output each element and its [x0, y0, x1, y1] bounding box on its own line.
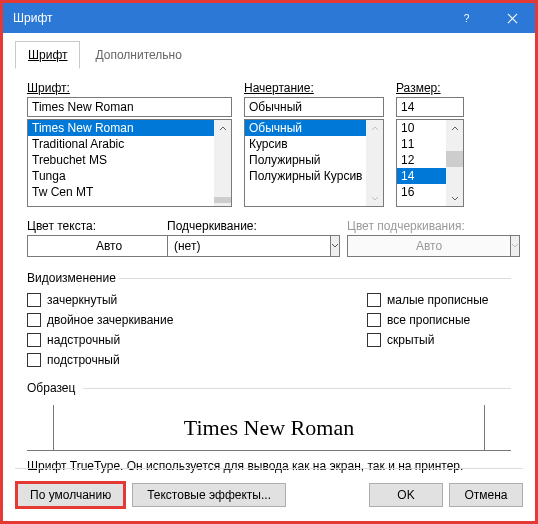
scroll-down-icon[interactable] [446, 189, 463, 206]
list-item[interactable]: Полужирный [245, 152, 366, 168]
list-item[interactable]: 10 [397, 120, 446, 136]
list-item[interactable]: Traditional Arabic [28, 136, 214, 152]
font-color-dropdown[interactable] [27, 235, 155, 257]
effects-label: Видоизменение [27, 271, 511, 285]
list-item[interactable]: Курсив [245, 136, 366, 152]
checkbox-subscript[interactable]: подстрочный [27, 353, 367, 367]
list-item[interactable]: Trebuchet MS [28, 152, 214, 168]
checkbox-superscript[interactable]: надстрочный [27, 333, 367, 347]
set-default-button[interactable]: По умолчанию [15, 481, 126, 509]
checkbox-strikethrough[interactable]: зачеркнутый [27, 293, 367, 307]
color-label: Цвет текста: [27, 219, 155, 233]
underline-value[interactable] [167, 235, 330, 257]
cancel-button[interactable]: Отмена [449, 483, 523, 507]
checkbox-smallcaps[interactable]: малые прописные [367, 293, 489, 307]
list-item[interactable]: Tunga [28, 168, 214, 184]
sample-preview: Times New Roman [27, 405, 511, 451]
size-input[interactable] [396, 97, 464, 117]
scroll-up-icon[interactable] [446, 120, 463, 137]
list-item[interactable]: 16 [397, 184, 446, 200]
underline-color-label: Цвет подчеркивания: [347, 219, 475, 233]
underline-label: Подчеркивание: [167, 219, 335, 233]
chevron-down-icon[interactable] [330, 235, 340, 257]
checkbox-double-strikethrough[interactable]: двойное зачеркивание [27, 313, 367, 327]
list-item[interactable]: Tw Cen MT [28, 184, 214, 200]
underline-color-value [347, 235, 510, 257]
text-effects-button[interactable]: Текстовые эффекты... [132, 483, 286, 507]
style-input[interactable] [244, 97, 384, 117]
underline-dropdown[interactable] [167, 235, 335, 257]
scrollbar[interactable] [214, 120, 231, 206]
scroll-down-icon[interactable] [366, 189, 383, 206]
checkbox-allcaps[interactable]: все прописные [367, 313, 489, 327]
window-title: Шрифт [13, 11, 443, 25]
size-label: Размер: [396, 81, 464, 95]
scrollbar[interactable] [366, 120, 383, 206]
help-button[interactable]: ? [443, 3, 489, 33]
list-item[interactable]: 14 [397, 168, 446, 184]
sample-label: Образец [27, 381, 511, 395]
tab-advanced[interactable]: Дополнительно [82, 41, 194, 69]
list-item[interactable]: Полужирный Курсив [245, 168, 366, 184]
titlebar: Шрифт ? [3, 3, 535, 33]
style-list[interactable]: Обычный Курсив Полужирный Полужирный Кур… [244, 119, 384, 207]
font-input[interactable] [27, 97, 232, 117]
svg-text:?: ? [463, 13, 469, 24]
sample-text: Times New Roman [53, 405, 485, 451]
font-label: Шрифт: [27, 81, 232, 95]
list-item[interactable]: 11 [397, 136, 446, 152]
list-item[interactable]: Times New Roman [28, 120, 214, 136]
chevron-down-icon [510, 235, 520, 257]
scroll-up-icon[interactable] [366, 120, 383, 137]
list-item[interactable]: 12 [397, 152, 446, 168]
checkbox-hidden[interactable]: скрытый [367, 333, 489, 347]
scrollbar[interactable] [446, 120, 463, 206]
tab-font[interactable]: Шрифт [15, 41, 80, 69]
tab-strip: Шрифт Дополнительно [3, 33, 535, 69]
close-button[interactable] [489, 3, 535, 33]
underline-color-dropdown [347, 235, 475, 257]
scroll-up-icon[interactable] [214, 120, 231, 137]
style-label: Начертание: [244, 81, 384, 95]
list-item[interactable]: Обычный [245, 120, 366, 136]
size-list[interactable]: 10 11 12 14 16 [396, 119, 464, 207]
ok-button[interactable]: OK [369, 483, 443, 507]
font-color-value[interactable] [27, 235, 190, 257]
font-list[interactable]: Times New Roman Traditional Arabic Trebu… [27, 119, 232, 207]
font-dialog: Шрифт ? Шрифт Дополнительно Шрифт: Times… [0, 0, 538, 524]
